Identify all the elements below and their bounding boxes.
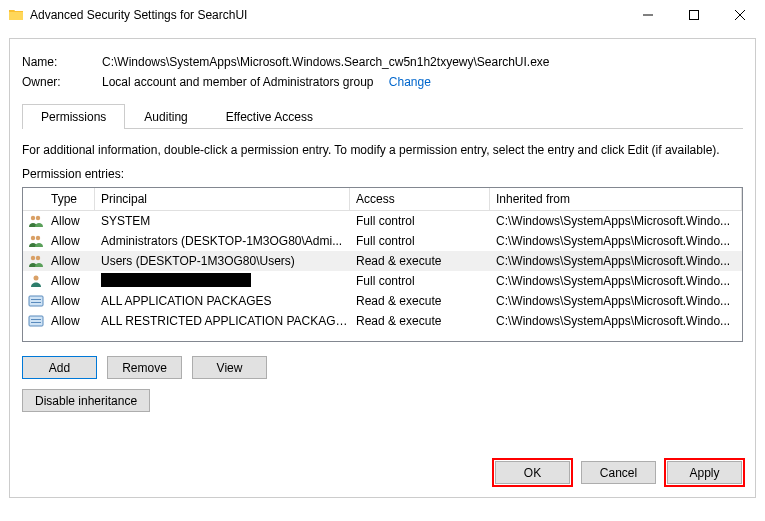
cell-principal: Administrators (DESKTOP-1M3OG80\Admi...	[97, 233, 352, 249]
folder-icon	[8, 7, 24, 23]
table-row[interactable]: AllowUsers (DESKTOP-1M3OG80\Users)Read &…	[23, 251, 742, 271]
cell-principal	[97, 272, 352, 291]
table-row[interactable]: AllowALL RESTRICTED APPLICATION PACKAGES…	[23, 311, 742, 331]
header-principal[interactable]: Principal	[95, 188, 350, 210]
cell-access: Read & execute	[352, 253, 492, 269]
apply-button[interactable]: Apply	[667, 461, 742, 484]
highlight-ok: OK	[492, 458, 573, 487]
svg-point-5	[31, 256, 35, 260]
cell-access: Read & execute	[352, 293, 492, 309]
svg-point-1	[31, 216, 35, 220]
cell-type: Allow	[47, 293, 97, 309]
maximize-button[interactable]	[671, 0, 717, 30]
svg-point-3	[31, 236, 35, 240]
principal-icon	[28, 314, 44, 328]
svg-rect-10	[31, 302, 41, 303]
dialog-content: Name: C:\Windows\SystemApps\Microsoft.Wi…	[9, 38, 756, 498]
name-label: Name:	[22, 55, 102, 69]
cell-inherited: C:\Windows\SystemApps\Microsoft.Windo...	[492, 293, 740, 309]
svg-rect-0	[690, 11, 699, 20]
cell-access: Full control	[352, 233, 492, 249]
tab-strip: Permissions Auditing Effective Access	[22, 103, 743, 129]
cell-principal: ALL RESTRICTED APPLICATION PACKAGES	[97, 313, 352, 329]
cell-principal: Users (DESKTOP-1M3OG80\Users)	[97, 253, 352, 269]
tab-effective-access[interactable]: Effective Access	[207, 104, 332, 129]
cell-type: Allow	[47, 233, 97, 249]
window-title: Advanced Security Settings for SearchUI	[30, 8, 625, 22]
header-type[interactable]: Type	[45, 188, 95, 210]
owner-label: Owner:	[22, 75, 102, 89]
svg-point-2	[36, 216, 40, 220]
principal-icon	[28, 234, 44, 248]
table-row[interactable]: AllowAdministrators (DESKTOP-1M3OG80\Adm…	[23, 231, 742, 251]
disable-inheritance-button[interactable]: Disable inheritance	[22, 389, 150, 412]
cell-inherited: C:\Windows\SystemApps\Microsoft.Windo...	[492, 253, 740, 269]
svg-rect-12	[31, 319, 41, 320]
close-button[interactable]	[717, 0, 763, 30]
cell-principal: SYSTEM	[97, 213, 352, 229]
cell-type: Allow	[47, 313, 97, 329]
entries-label: Permission entries:	[22, 167, 743, 181]
svg-rect-9	[31, 299, 41, 300]
svg-rect-13	[31, 322, 41, 323]
header-access[interactable]: Access	[350, 188, 490, 210]
highlight-apply: Apply	[664, 458, 745, 487]
svg-rect-11	[29, 316, 43, 326]
svg-point-6	[36, 256, 40, 260]
ok-button[interactable]: OK	[495, 461, 570, 484]
cell-type: Allow	[47, 213, 97, 229]
cell-access: Full control	[352, 273, 492, 289]
cell-type: Allow	[47, 253, 97, 269]
svg-point-4	[36, 236, 40, 240]
view-button[interactable]: View	[192, 356, 267, 379]
name-value: C:\Windows\SystemApps\Microsoft.Windows.…	[102, 55, 743, 69]
table-row[interactable]: AllowSYSTEMFull controlC:\Windows\System…	[23, 211, 742, 231]
principal-icon	[28, 254, 44, 268]
cell-inherited: C:\Windows\SystemApps\Microsoft.Windo...	[492, 313, 740, 329]
cell-inherited: C:\Windows\SystemApps\Microsoft.Windo...	[492, 233, 740, 249]
cell-inherited: C:\Windows\SystemApps\Microsoft.Windo...	[492, 273, 740, 289]
redacted-principal	[101, 273, 251, 287]
header-inherited[interactable]: Inherited from	[490, 188, 742, 210]
permission-table[interactable]: Type Principal Access Inherited from All…	[22, 187, 743, 342]
principal-icon	[28, 294, 44, 308]
owner-value: Local account and member of Administrato…	[102, 75, 743, 89]
cell-principal: ALL APPLICATION PACKAGES	[97, 293, 352, 309]
info-text: For additional information, double-click…	[22, 143, 743, 157]
add-button[interactable]: Add	[22, 356, 97, 379]
cell-access: Full control	[352, 213, 492, 229]
remove-button[interactable]: Remove	[107, 356, 182, 379]
titlebar: Advanced Security Settings for SearchUI	[0, 0, 765, 30]
change-owner-link[interactable]: Change	[389, 75, 431, 89]
principal-icon	[28, 214, 44, 228]
table-header: Type Principal Access Inherited from	[23, 188, 742, 211]
table-row[interactable]: AllowALL APPLICATION PACKAGESRead & exec…	[23, 291, 742, 311]
cancel-button[interactable]: Cancel	[581, 461, 656, 484]
minimize-button[interactable]	[625, 0, 671, 30]
tab-auditing[interactable]: Auditing	[125, 104, 206, 129]
table-row[interactable]: AllowFull controlC:\Windows\SystemApps\M…	[23, 271, 742, 291]
cell-access: Read & execute	[352, 313, 492, 329]
tab-permissions[interactable]: Permissions	[22, 104, 125, 129]
cell-inherited: C:\Windows\SystemApps\Microsoft.Windo...	[492, 213, 740, 229]
principal-icon	[28, 274, 44, 288]
svg-point-7	[34, 276, 39, 281]
svg-rect-8	[29, 296, 43, 306]
cell-type: Allow	[47, 273, 97, 289]
